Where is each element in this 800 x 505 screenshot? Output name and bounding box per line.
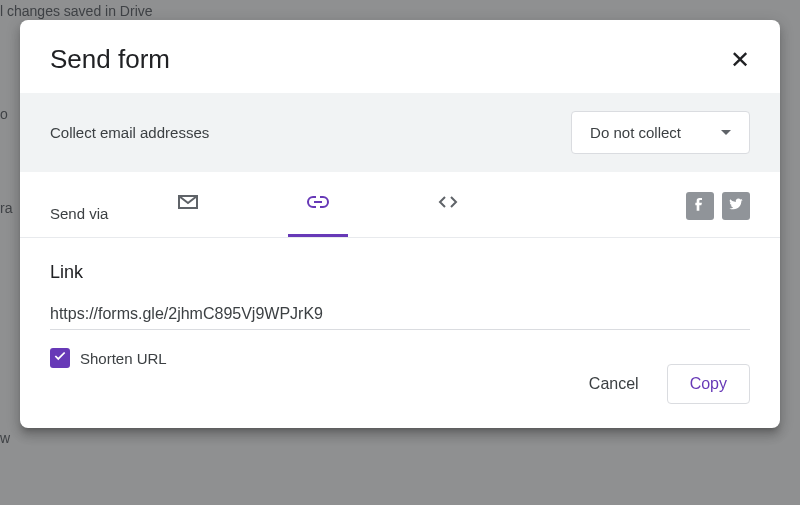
dialog-actions: Cancel Copy	[20, 364, 780, 428]
mail-icon	[176, 190, 200, 218]
link-heading: Link	[50, 262, 750, 283]
send-form-dialog: Send form ✕ Collect email addresses Do n…	[20, 20, 780, 428]
link-url-input[interactable]	[50, 305, 750, 330]
dialog-title: Send form	[50, 44, 730, 75]
cancel-button[interactable]: Cancel	[581, 365, 647, 403]
bg-saved-text: l changes saved in Drive	[0, 3, 153, 19]
tab-email[interactable]	[158, 190, 218, 237]
twitter-icon	[728, 196, 744, 216]
collect-email-selected: Do not collect	[590, 124, 681, 141]
collect-email-section: Collect email addresses Do not collect	[20, 93, 780, 172]
collect-email-dropdown[interactable]: Do not collect	[571, 111, 750, 154]
facebook-icon	[692, 196, 708, 216]
embed-icon	[436, 190, 460, 218]
bg-fragment: o	[0, 106, 8, 122]
check-icon	[53, 349, 67, 367]
link-icon	[306, 190, 330, 218]
send-via-tabs	[158, 190, 686, 237]
copy-button[interactable]: Copy	[667, 364, 750, 404]
send-via-label: Send via	[50, 205, 108, 222]
share-facebook-button[interactable]	[686, 192, 714, 220]
bg-fragment: w	[0, 430, 10, 446]
tab-embed[interactable]	[418, 190, 478, 237]
send-via-section: Send via	[20, 172, 780, 238]
close-button[interactable]: ✕	[730, 48, 750, 72]
share-twitter-button[interactable]	[722, 192, 750, 220]
chevron-down-icon	[721, 130, 731, 135]
link-section: Link Shorten URL	[20, 238, 780, 368]
collect-email-label: Collect email addresses	[50, 124, 571, 141]
bg-fragment: ra	[0, 200, 12, 216]
tab-link[interactable]	[288, 190, 348, 237]
dialog-header: Send form ✕	[20, 20, 780, 93]
social-share	[686, 192, 750, 236]
shorten-url-checkbox[interactable]	[50, 348, 70, 368]
shorten-url-label[interactable]: Shorten URL	[80, 350, 167, 367]
close-icon: ✕	[730, 46, 750, 73]
